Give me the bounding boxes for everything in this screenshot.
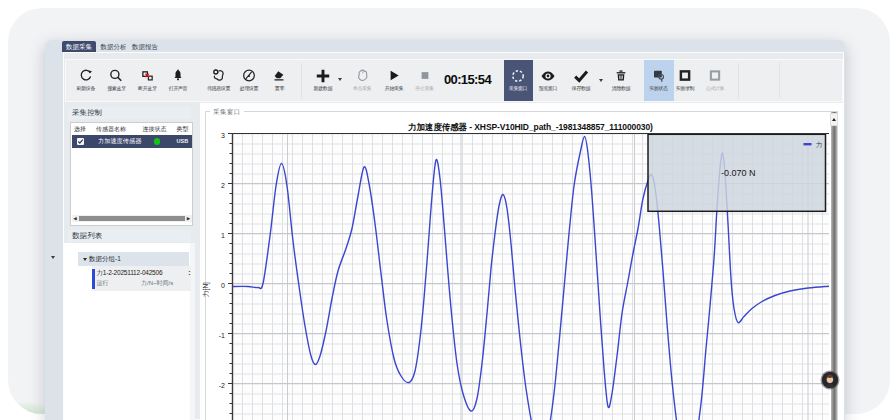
svg-text:力: 力 <box>816 141 823 148</box>
svg-text:-0.070 N: -0.070 N <box>721 167 756 177</box>
